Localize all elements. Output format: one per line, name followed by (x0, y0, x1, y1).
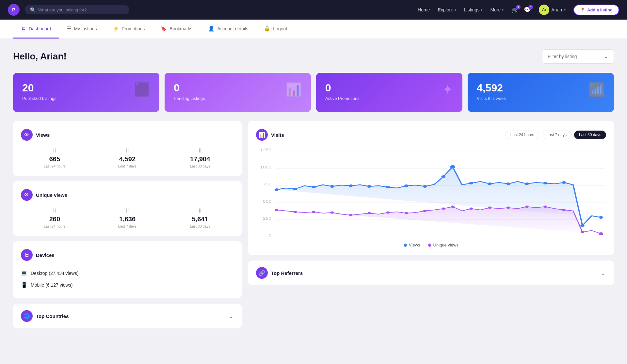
bookmark-icon: 🔖 (160, 25, 167, 32)
filter-30d[interactable]: Last 30 days (574, 131, 606, 139)
stat-card-pending: 0 Pending Listings 📊 (165, 73, 311, 112)
unique-views-icon: 👁 (21, 189, 33, 201)
nav-more[interactable]: More▾ (490, 7, 504, 12)
chevron-down-icon: ▾ (502, 8, 504, 12)
notification-badge: 1 (528, 5, 533, 9)
svg-point-20 (423, 185, 427, 188)
nav-explore[interactable]: Explore▾ (438, 7, 456, 12)
search-input[interactable] (38, 8, 124, 12)
top-countries-panel[interactable]: 🌐 Top Countries ⌄ (13, 304, 242, 328)
svg-point-22 (450, 165, 455, 168)
svg-point-46 (543, 206, 547, 208)
tab-logout[interactable]: 🔒 Logout (256, 20, 295, 39)
visits-label: Visits this week (477, 96, 506, 101)
svg-point-48 (581, 231, 584, 233)
notifications-icon[interactable]: 💬1 (524, 6, 531, 13)
user-name: Arian (551, 7, 562, 12)
account-icon: 👤 (208, 25, 215, 32)
chart-header: 📊 Visits Last 24 hours Last 7 days Last … (256, 129, 606, 141)
chart-legend: Views Unique views (256, 243, 606, 247)
svg-point-27 (543, 182, 548, 184)
views-panel-icon: 👁 (21, 129, 33, 141)
svg-point-36 (367, 212, 371, 214)
published-icon: ⬛ (134, 82, 150, 97)
lock-icon: 🔒 (264, 25, 270, 32)
list-item: 📱 Mobile (6,127 views) (21, 279, 234, 291)
svg-point-17 (367, 185, 372, 188)
add-listing-button[interactable]: 📍 Add a listing (573, 5, 619, 15)
published-label: Published Listings (22, 96, 56, 101)
svg-point-19 (404, 184, 409, 187)
main-content: Hello, Arian! Filter by listing ⌄ 20 Pub… (0, 39, 627, 339)
tab-promotions[interactable]: ⚡ Promotions (105, 20, 153, 39)
svg-point-31 (275, 209, 279, 211)
promotions-label: Active Promotions (325, 96, 360, 101)
svg-point-49 (599, 232, 603, 235)
search-bar[interactable]: 🔍 (25, 5, 129, 14)
svg-point-39 (423, 210, 427, 212)
devices-title: Devices (36, 252, 55, 258)
legend-unique-views: Unique views (428, 243, 458, 247)
countries-icon: 🌐 (21, 310, 33, 322)
mobile-icon: 📱 (21, 282, 27, 288)
visits-chart-svg: 0 250 500 750 1000 1250 (256, 147, 606, 239)
svg-point-32 (293, 211, 297, 213)
right-panels: 📊 Visits Last 24 hours Last 7 days Last … (248, 121, 614, 328)
svg-text:0: 0 (269, 234, 272, 238)
filter-24h[interactable]: Last 24 hours (506, 131, 539, 139)
dashboard-icon: 🖥 (21, 26, 26, 32)
chevron-down-icon: ▾ (564, 8, 566, 12)
tab-my-listings[interactable]: ☰ My Listings (59, 20, 105, 39)
views-24h: ⏸ 665 Last 24 hours (21, 147, 88, 168)
legend-views: Views (404, 243, 420, 247)
stat-card-visits: 4,592 Visits this week 📶 (468, 73, 614, 112)
svg-point-15 (330, 185, 334, 188)
views-stats: ⏸ 665 Last 24 hours ⏸ 4,592 Last 7 days … (21, 147, 234, 168)
svg-point-42 (469, 208, 473, 210)
svg-point-40 (442, 208, 445, 210)
tab-dashboard[interactable]: 🖥 Dashboard (13, 20, 59, 39)
devices-panel: 🖥 Devices 💻 Desktop (27,434 views) 📱 Mob… (13, 241, 242, 298)
location-icon: 📍 (580, 8, 585, 12)
views-30d: ⏸ 17,904 Last 30 days (166, 147, 234, 168)
pending-icon: 📊 (285, 82, 302, 97)
top-referrers-panel[interactable]: 🔗 Top Referrers ⌄ (248, 261, 614, 285)
bar-icon: ⏸ (166, 207, 234, 214)
pending-count: 0 (174, 82, 205, 94)
bar-icon: ⏸ (94, 207, 161, 214)
cart-icon[interactable]: 🛒1 (511, 6, 519, 13)
nav-home[interactable]: Home (418, 7, 430, 12)
tab-bookmarks[interactable]: 🔖 Bookmarks (153, 20, 200, 39)
bar-icon: ⏸ (21, 147, 88, 154)
chevron-down-icon: ▾ (455, 8, 456, 12)
nav-links: Home Explore▾ Listings▾ More▾ 🛒1 💬1 Ar A… (418, 5, 619, 15)
svg-text:750: 750 (263, 182, 271, 186)
stat-card-published: 20 Published Listings ⬛ (13, 73, 159, 112)
cart-badge: 1 (516, 5, 521, 9)
legend-dot-unique (428, 244, 431, 247)
page-header: Hello, Arian! Filter by listing ⌄ (13, 49, 614, 64)
chevron-down-icon: ▾ (481, 8, 482, 12)
svg-point-12 (275, 188, 279, 191)
nav-listings[interactable]: Listings▾ (464, 7, 482, 12)
published-count: 20 (22, 82, 56, 94)
promotions-icon: ⚡ (113, 25, 119, 32)
nav-icon-group: 🛒1 💬1 (511, 6, 531, 13)
svg-point-16 (349, 184, 353, 187)
views-panel: 👁 Views ⏸ 665 Last 24 hours ⏸ 4,592 Last… (13, 121, 242, 176)
logo[interactable]: P (8, 4, 20, 16)
filter-listing-dropdown[interactable]: Filter by listing ⌄ (542, 49, 614, 64)
countries-title: Top Countries (36, 313, 69, 319)
visits-chart-panel: 📊 Visits Last 24 hours Last 7 days Last … (248, 121, 614, 255)
svg-point-14 (312, 186, 316, 188)
filter-7d[interactable]: Last 7 days (542, 131, 571, 139)
tab-account[interactable]: 👤 Account details (200, 20, 256, 39)
chart-icon: 📊 (256, 129, 268, 141)
unique-views-title: Unique views (36, 192, 67, 198)
unique-24h: ⏸ 260 Last 24 hours (21, 207, 88, 228)
svg-point-33 (312, 211, 315, 213)
user-menu[interactable]: Ar Arian ▾ (539, 5, 566, 15)
pending-label: Pending Listings (174, 96, 205, 101)
left-panels: 👁 Views ⏸ 665 Last 24 hours ⏸ 4,592 Last… (13, 121, 242, 328)
referrers-icon: 🔗 (256, 267, 268, 279)
